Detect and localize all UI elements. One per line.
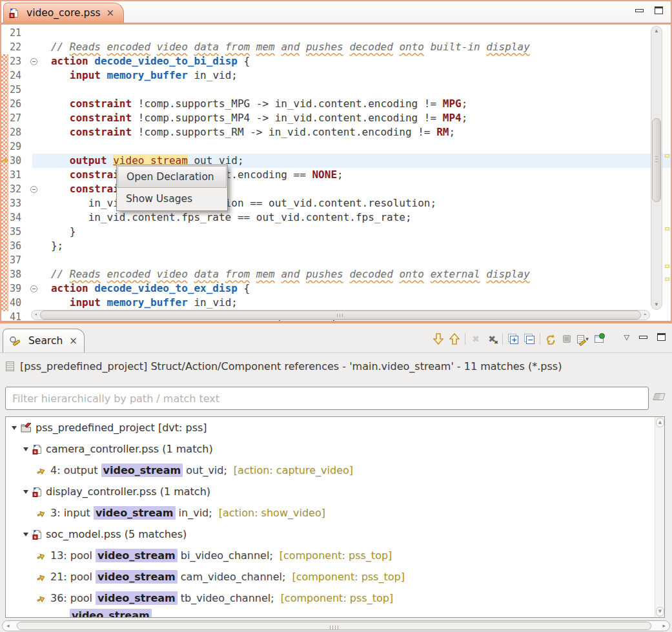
code-line-27[interactable]: 27 constraint !comp.supports_MP4 -> in_v… — [1, 111, 671, 125]
editor-tab-video-core[interactable]: s video_core.pss × — [3, 3, 124, 23]
line-number-gutter[interactable]: 41 — [1, 310, 32, 321]
scroll-down-icon[interactable]: ▼ — [651, 301, 662, 308]
code-line-24[interactable]: 24 input memory_buffer in_vid; — [1, 68, 671, 83]
code-text[interactable]: // Reads encoded video data from mem and… — [32, 267, 671, 281]
tree-row-project[interactable]: pss_predefined_project [dvt: pss] — [6, 417, 664, 438]
code-line-23[interactable]: 23 action decode_video_to_bi_disp { — [1, 54, 671, 68]
code-text[interactable]: action decode_video_to_ex_disp { — [32, 281, 671, 296]
minimize-icon[interactable] — [639, 336, 647, 339]
line-number-gutter[interactable]: 22 — [1, 40, 32, 54]
tab-search[interactable]: Search × — [3, 329, 85, 352]
code-line-25[interactable]: 25 — [1, 83, 671, 97]
code-text[interactable]: action decode_video_to_bi_disp { — [32, 54, 671, 68]
search-horizontal-scrollbar[interactable]: ◂ ▸ — [2, 620, 670, 631]
code-line-31[interactable]: 31 constraint out_vid.content.encoding =… — [1, 168, 671, 182]
scroll-right-icon[interactable]: ▸ — [644, 311, 647, 317]
code-editor-area[interactable]: 2122 // Reads encoded video data from me… — [1, 25, 671, 321]
code-line-34[interactable]: 34 in_vid.content.fps_rate == out_vid.co… — [1, 210, 671, 225]
code-text[interactable]: input memory_buffer in_vid; — [32, 68, 671, 83]
code-line-38[interactable]: 38 // Reads encoded video data from mem … — [1, 267, 671, 281]
tree-row-file[interactable]: scamera_controller.pss (1 match) — [6, 438, 664, 460]
minimize-icon[interactable] — [635, 9, 644, 12]
menu-item-open-declaration[interactable]: Open Declaration — [117, 166, 227, 188]
code-line-28[interactable]: 28 constraint !comp.supports_RM -> in_vi… — [1, 125, 671, 139]
code-line-29[interactable]: 29 — [1, 139, 671, 154]
search-match-row[interactable]: 36: pool video_stream tb_video_channel;[… — [6, 587, 664, 609]
overview-ruler[interactable] — [664, 26, 671, 320]
scroll-up-icon[interactable]: ▲ — [656, 418, 664, 427]
filter-input[interactable] — [5, 387, 649, 410]
previous-searches-button[interactable]: ▾ — [577, 332, 589, 345]
run-search-again-button[interactable] — [545, 332, 556, 345]
code-line-33[interactable]: 33 in_vid.content.resolution == out_vid.… — [1, 196, 671, 210]
remove-all-matches-button[interactable]: ✖✖ — [486, 332, 498, 345]
tree-row-file[interactable]: sdisplay_controller.pss (1 match) — [6, 481, 664, 502]
editor-horizontal-scrollbar[interactable]: ◂ ▸ — [31, 310, 650, 320]
code-line-37[interactable]: 37 — [1, 253, 671, 267]
code-text[interactable]: input memory_buffer in_vid; — [32, 296, 671, 310]
remove-selected-matches-button[interactable]: ✖ — [470, 332, 482, 345]
scrollbar-thumb[interactable] — [40, 311, 641, 320]
cancel-search-button[interactable] — [561, 332, 573, 345]
code-text[interactable]: } — [32, 225, 671, 239]
tree-vertical-scrollbar[interactable]: ▲ ▼ — [655, 417, 664, 617]
overview-match-marker[interactable] — [665, 227, 669, 230]
editor-vertical-scrollbar[interactable]: ▲ ▼ — [651, 26, 662, 310]
code-text[interactable]: constraint !comp.supports_MPG -> in_vid.… — [32, 97, 671, 111]
overview-match-marker[interactable] — [665, 278, 669, 281]
maximize-icon[interactable] — [655, 6, 663, 14]
tree-row-file[interactable]: ssoc_model.pss (5 matches) — [6, 524, 664, 545]
close-icon[interactable]: × — [69, 336, 77, 346]
code-line-26[interactable]: 26 constraint !comp.supports_MPG -> in_v… — [1, 97, 671, 111]
scroll-down-icon[interactable]: ▼ — [656, 607, 664, 617]
expand-all-button[interactable]: + — [507, 332, 519, 345]
show-previous-match-button[interactable] — [449, 332, 460, 345]
code-text[interactable]: constraint !comp.supports_MP4 -> in_vid.… — [32, 111, 671, 125]
show-next-match-button[interactable] — [433, 332, 444, 345]
overview-match-marker[interactable] — [665, 265, 669, 268]
code-text[interactable]: }; — [32, 239, 671, 253]
code-text[interactable] — [32, 83, 671, 97]
code-line-21[interactable]: 21 — [1, 26, 671, 40]
scroll-left-icon[interactable]: ◂ — [34, 311, 37, 317]
maximize-icon[interactable] — [657, 333, 666, 341]
close-icon[interactable]: × — [107, 8, 115, 18]
collapse-all-button[interactable]: − — [524, 332, 535, 345]
pin-view-button[interactable] — [593, 332, 605, 345]
code-text[interactable]: in_vid.content.fps_rate == out_vid.conte… — [32, 210, 671, 225]
search-match-row[interactable]: 13: pool video_stream bi_video_channel;[… — [6, 545, 664, 566]
menu-item-show-usages[interactable]: Show Usages — [117, 188, 227, 210]
code-text[interactable]: // Reads encoded video data from mem and… — [32, 40, 671, 54]
code-text[interactable] — [32, 139, 671, 154]
scroll-up-icon[interactable]: ▲ — [651, 28, 662, 34]
scrollbar-thumb[interactable] — [17, 622, 651, 630]
expander-icon[interactable] — [23, 490, 28, 494]
search-match-row[interactable]: 3: input video_stream in_vid;[action: sh… — [6, 502, 664, 524]
scroll-right-icon[interactable]: ▸ — [662, 622, 666, 629]
code-line-36[interactable]: 36 }; — [1, 239, 671, 253]
scrollbar-thumb[interactable] — [652, 118, 661, 202]
fold-collapse-icon[interactable] — [30, 58, 37, 65]
expander-icon[interactable] — [23, 447, 28, 451]
search-match-row[interactable]: 4: output video_stream out_vid;[action: … — [6, 460, 664, 481]
scroll-left-icon[interactable]: ◂ — [6, 622, 10, 629]
code-line-40[interactable]: 40 input memory_buffer in_vid; — [1, 296, 671, 310]
fold-collapse-icon[interactable] — [30, 186, 37, 193]
clear-filter-icon[interactable] — [653, 393, 666, 400]
overview-match-marker[interactable] — [665, 154, 669, 158]
code-line-39[interactable]: 39 action decode_video_to_ex_disp { — [1, 281, 671, 296]
line-number-gutter[interactable]: 21 — [1, 26, 32, 40]
expander-icon[interactable] — [12, 426, 17, 430]
code-line-22[interactable]: 22 // Reads encoded video data from mem … — [1, 40, 671, 54]
code-line-30[interactable]: 30➔ output video_stream out_vid; — [1, 154, 671, 168]
search-match-row-partial[interactable]: video_stream — [6, 609, 664, 618]
code-text[interactable] — [32, 26, 671, 40]
code-line-35[interactable]: 35 } — [1, 225, 671, 239]
fold-collapse-icon[interactable] — [30, 285, 37, 292]
code-line-32[interactable]: 32 constraint { — [1, 182, 671, 196]
code-text[interactable] — [32, 253, 671, 267]
search-match-row[interactable]: 21: pool video_stream cam_video_channel;… — [6, 566, 664, 587]
view-menu-icon[interactable]: ▽ — [624, 334, 629, 341]
code-text[interactable]: constraint !comp.supports_RM -> in_vid.c… — [32, 125, 671, 139]
expander-icon[interactable] — [23, 533, 28, 536]
